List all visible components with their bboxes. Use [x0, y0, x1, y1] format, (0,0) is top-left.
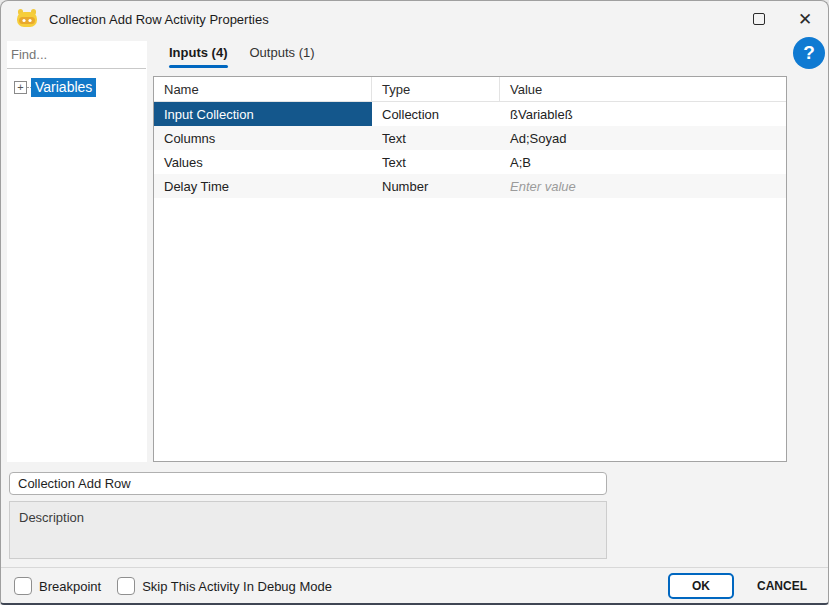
cell-name[interactable]: Values	[154, 150, 372, 174]
activity-name-input[interactable]	[9, 472, 607, 495]
tab-strip: Inputs (4) Outputs (1)	[169, 45, 315, 68]
variables-tree: + Variables	[7, 69, 147, 97]
maximize-icon	[753, 13, 765, 25]
maximize-button[interactable]	[736, 1, 782, 37]
tab-outputs[interactable]: Outputs (1)	[250, 45, 315, 68]
properties-grid: Name Type Value Input Collection Collect…	[153, 76, 787, 462]
cell-name[interactable]: Input Collection	[154, 102, 372, 126]
tree-item-label[interactable]: Variables	[31, 78, 96, 97]
expand-plus-icon[interactable]: +	[14, 81, 27, 94]
cell-value[interactable]: Ad;Soyad	[500, 126, 786, 150]
question-icon: ?	[803, 42, 815, 64]
robot-app-icon	[15, 8, 39, 30]
description-textarea[interactable]	[9, 501, 607, 559]
cell-name[interactable]: Columns	[154, 126, 372, 150]
find-input[interactable]	[7, 41, 147, 68]
cell-type[interactable]: Number	[372, 174, 500, 198]
tab-inputs[interactable]: Inputs (4)	[169, 45, 228, 68]
ok-button[interactable]: OK	[668, 573, 734, 599]
cell-value-placeholder[interactable]: Enter value	[500, 174, 786, 198]
value-placeholder-text: Enter value	[510, 179, 576, 194]
cell-type[interactable]: Collection	[372, 102, 500, 126]
cell-name[interactable]: Delay Time	[154, 174, 372, 198]
cell-value[interactable]: ßVariableß	[500, 102, 786, 126]
window-title: Collection Add Row Activity Properties	[49, 12, 269, 27]
tree-item-variables[interactable]: + Variables	[7, 78, 147, 97]
close-icon: ✕	[798, 11, 812, 28]
cancel-button[interactable]: CANCEL	[745, 573, 819, 599]
breakpoint-label: Breakpoint	[39, 579, 101, 594]
skip-debug-label: Skip This Activity In Debug Mode	[142, 579, 332, 594]
title-bar: Collection Add Row Activity Properties ✕	[1, 1, 828, 37]
skip-debug-checkbox[interactable]	[117, 577, 135, 595]
close-button[interactable]: ✕	[782, 1, 828, 37]
table-row[interactable]: Delay Time Number Enter value	[154, 174, 786, 198]
grid-header: Name Type Value	[154, 77, 786, 102]
breakpoint-checkbox[interactable]	[14, 577, 32, 595]
cell-type[interactable]: Text	[372, 126, 500, 150]
properties-dialog: Collection Add Row Activity Properties ✕…	[0, 0, 829, 605]
table-row[interactable]: Input Collection Collection ßVariableß	[154, 102, 786, 126]
cell-value[interactable]: A;B	[500, 150, 786, 174]
column-header-type[interactable]: Type	[372, 77, 500, 101]
column-header-value[interactable]: Value	[500, 77, 786, 101]
variables-panel: + Variables	[7, 41, 147, 462]
column-header-name[interactable]: Name	[154, 77, 372, 101]
help-button[interactable]: ?	[793, 37, 825, 69]
table-row[interactable]: Columns Text Ad;Soyad	[154, 126, 786, 150]
table-row[interactable]: Values Text A;B	[154, 150, 786, 174]
cell-type[interactable]: Text	[372, 150, 500, 174]
